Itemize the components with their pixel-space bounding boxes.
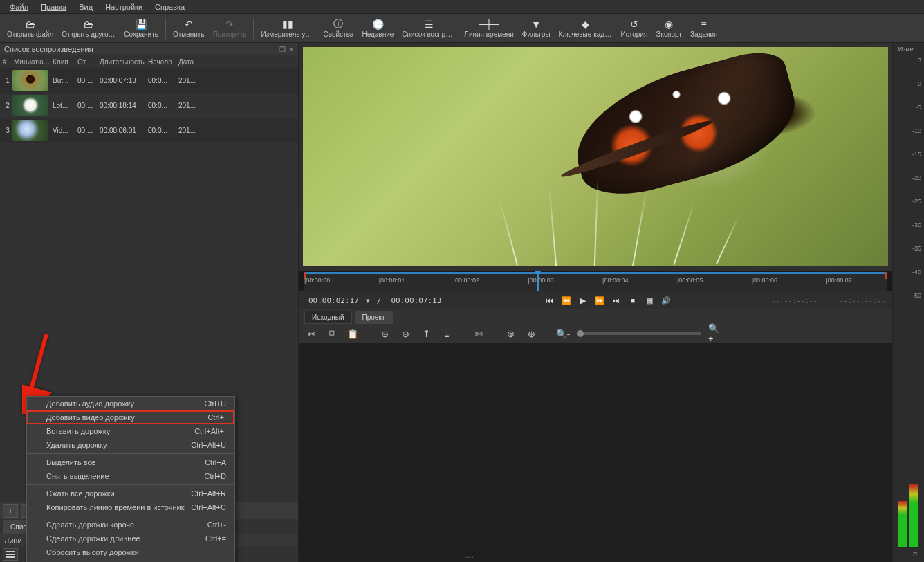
peak-meter-button[interactable]: ▮▮Измеритель уровня (257, 15, 319, 42)
redo-button: ↷Повторить (209, 15, 251, 42)
play-button[interactable]: ▶ (578, 295, 589, 306)
meter-bar-l (898, 501, 907, 547)
zoom-out-button[interactable]: 🔍- (556, 327, 570, 341)
meter-tick: -10 (893, 127, 921, 134)
stop-button[interactable]: ■ (627, 295, 638, 306)
menu-file[interactable]: Файл (4, 1, 34, 12)
skip-prev-button[interactable]: ⏮ (544, 295, 555, 306)
menu-item-label: Сделать дорожки короче (46, 520, 134, 529)
filters-button[interactable]: ▼Фильтры (518, 15, 555, 42)
folder-plus-icon: 🗁 (84, 18, 93, 30)
menu-item-shortcut: Ctrl+Alt+I (194, 427, 226, 435)
timeline-menu-button[interactable] (3, 548, 18, 561)
paste-button[interactable]: 📋 (346, 327, 360, 341)
save-icon: 💾 (136, 18, 147, 30)
cut-button[interactable]: ✂ (304, 327, 318, 341)
properties-button[interactable]: ⓘСвойства (319, 15, 358, 42)
menu-item[interactable]: Удалить дорожкуCtrl+Alt+U (27, 438, 234, 452)
meter-tick: -35 (893, 245, 921, 252)
menu-item[interactable]: Сбросить высоту дорожки (27, 545, 234, 559)
append-button[interactable]: ⊕ (378, 327, 391, 341)
menu-item[interactable]: Снять выделениеCtrl+D (27, 469, 234, 483)
close-icon[interactable]: ✕ (288, 46, 294, 53)
lift-button[interactable]: ⤒ (419, 327, 433, 341)
copy-button[interactable]: ⧉ (325, 327, 339, 341)
clip-name: Lot... (51, 102, 76, 109)
tab-source[interactable]: Исходный (304, 311, 352, 324)
menu-item[interactable]: Копировать линию времени в источникCtrl+… (27, 500, 234, 514)
menu-item-shortcut: Ctrl+= (205, 534, 226, 543)
recent-button[interactable]: 🕑Недавние (358, 15, 398, 42)
menu-item-shortcut: Ctrl+A (205, 458, 226, 466)
meter-tick: -50 (893, 292, 921, 299)
main-toolbar: 🗁Открыть файл 🗁Открыть другой... 💾Сохран… (0, 14, 924, 43)
grid-button[interactable]: ▦ (644, 295, 655, 306)
playlist-columns: #МиниатюрыКлипОтДлительностьНачалоДата (0, 55, 298, 68)
menu-item-shortcut: Ctrl+U (205, 399, 226, 408)
dots: ...... (462, 552, 474, 559)
timeline-canvas[interactable] (299, 343, 892, 562)
menu-item[interactable]: Вставить дорожкуCtrl+Alt+I (27, 424, 234, 438)
playlist-panel-header: Список воспроизведения ❐✕ (0, 43, 298, 55)
zoom-in-button[interactable]: 🔍+ (708, 327, 722, 341)
menu-item-shortcut: Ctrl+Alt+R (191, 489, 226, 498)
menu-item[interactable]: Сделать дорожки корочеCtrl+- (27, 518, 234, 532)
menu-item-label: Снять выделение (46, 472, 109, 480)
menu-item[interactable]: Выделить всеCtrl+A (27, 455, 234, 469)
timeline-icon: ─┼─ (479, 18, 499, 30)
ruler-tick: |00:00:02 (454, 277, 479, 284)
keyframes-button[interactable]: ◆Ключевые кадры (555, 15, 617, 42)
playlist-title: Список воспроизведения (4, 45, 93, 53)
menu-item-shortcut: Ctrl+Alt+U (191, 441, 226, 449)
rewind-button[interactable]: ⏪ (561, 295, 572, 306)
video-preview[interactable] (299, 43, 892, 271)
ruler-tick: |00:00:01 (379, 277, 405, 284)
menu-settings[interactable]: Настройки (100, 1, 148, 12)
menu-item[interactable]: Добавить видео дорожкуCtrl+I (27, 410, 234, 424)
export-button[interactable]: ◉Экспорт (652, 15, 686, 42)
center-tabs: Исходный Проект ...... (299, 309, 892, 325)
undock-icon[interactable]: ❐ (279, 46, 286, 53)
volume-button[interactable]: 🔊 (660, 295, 672, 306)
timeline-button[interactable]: ─┼─Линия времени (460, 15, 517, 42)
menu-item-label: Сбросить высоту дорожки (46, 548, 139, 556)
split-button[interactable]: ✄ (472, 327, 486, 341)
history-button[interactable]: ↺История (617, 15, 652, 42)
scrub-button[interactable]: ⊛ (524, 327, 538, 341)
save-button[interactable]: 💾Сохранить (120, 15, 163, 42)
playlist-button[interactable]: ☰Список воспроизведения (398, 15, 460, 42)
menu-item[interactable]: Сжать все дорожкиCtrl+Alt+R (27, 487, 234, 500)
fastfwd-button[interactable]: ⏩ (594, 295, 605, 306)
timecode-position[interactable]: 00:00:02:17 (306, 295, 362, 307)
tab-project[interactable]: Проект (355, 311, 393, 324)
playback-controls: ⏮ ⏪ ▶ ⏩ ⏭ ■ ▦ 🔊 (544, 295, 672, 306)
playlist-row[interactable]: 1But...00:...00:00:07:1300:0...201... (0, 68, 298, 93)
menu-edit[interactable]: Правка (35, 1, 72, 12)
undo-button[interactable]: ↶Отменить (169, 15, 209, 42)
zoom-slider[interactable] (577, 332, 701, 335)
open-other-button[interactable]: 🗁Открыть другой... (57, 15, 120, 42)
overwrite-button[interactable]: ⤓ (440, 327, 454, 341)
playlist-row[interactable]: 3Vid...00:...00:00:06:0100:0...201... (0, 118, 298, 143)
skip-next-button[interactable]: ⏭ (611, 295, 622, 306)
playlist-row[interactable]: 2Lot...00:...00:00:18:1400:0...201... (0, 93, 298, 118)
funnel-icon: ▼ (531, 18, 541, 30)
menu-item[interactable]: Сделать дорожки длиннееCtrl+= (27, 532, 234, 545)
open-file-button[interactable]: 🗁Открыть файл (3, 15, 57, 42)
ripple-delete-button[interactable]: ⊖ (398, 327, 412, 341)
add-button[interactable]: + (3, 504, 18, 518)
ruler-tick: |00:00:04 (602, 277, 628, 284)
thumbnail (12, 95, 48, 116)
audio-meter-panel: Изме... 30-5-10-15-20-25-30-35-40-50 LR (892, 43, 924, 562)
meter-tick: -15 (893, 151, 921, 158)
scrub-ruler[interactable]: |00:00:00|00:00:01|00:00:02|00:00:03|00:… (304, 272, 887, 291)
menu-help[interactable]: Справка (149, 1, 190, 12)
menu-view[interactable]: Вид (73, 1, 98, 12)
out-point-marker[interactable] (885, 272, 887, 279)
menu-item[interactable]: Добавить аудио дорожкуCtrl+U (27, 397, 234, 410)
snap-button[interactable]: ⊚ (503, 327, 517, 341)
meter-bar-r (909, 484, 918, 547)
meter-tick: -25 (893, 198, 921, 205)
meter-icon: ▮▮ (282, 18, 293, 30)
jobs-button[interactable]: ≡Задания (686, 15, 722, 42)
